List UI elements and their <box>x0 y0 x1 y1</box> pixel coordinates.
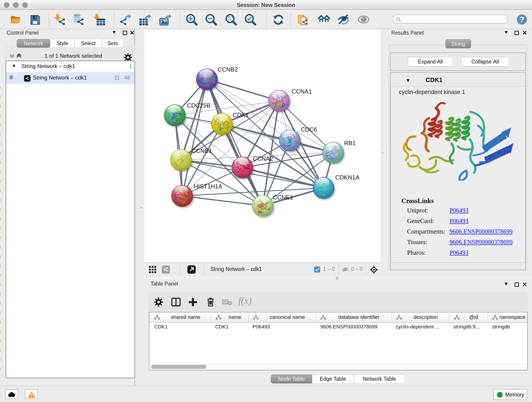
svg-text:CCNB1: CCNB1 <box>192 147 212 154</box>
svg-text:CCNA2: CCNA2 <box>253 155 273 162</box>
svg-text:CDKN1A: CDKN1A <box>335 174 360 181</box>
svg-text:CCNA1: CCNA1 <box>292 88 312 95</box>
svg-text:RB1: RB1 <box>344 140 356 147</box>
svg-text:CDC25B: CDC25B <box>187 102 210 109</box>
svg-text:CDC6: CDC6 <box>301 126 317 133</box>
svg-text:HIST1H1A: HIST1H1A <box>194 183 222 190</box>
svg-text:CCNB2: CCNB2 <box>218 66 238 73</box>
svg-text:CCNE1: CCNE1 <box>273 194 293 201</box>
svg-text:CDK1: CDK1 <box>233 111 249 118</box>
